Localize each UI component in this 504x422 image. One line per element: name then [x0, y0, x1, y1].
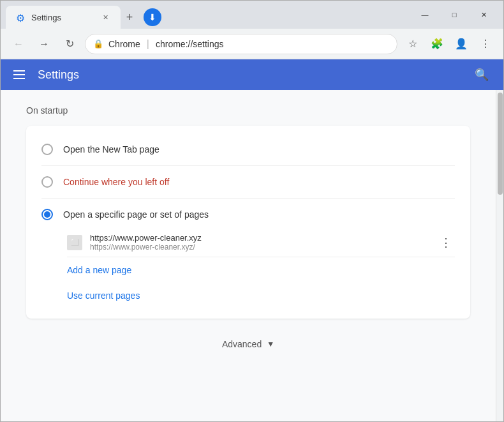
settings-search-button[interactable]: 🔍	[470, 63, 493, 86]
startup-card: Open the New Tab page Continue where you…	[26, 126, 470, 319]
scrollbar[interactable]	[496, 90, 503, 421]
option-new-tab[interactable]: Open the New Tab page	[41, 136, 455, 163]
address-bar[interactable]: 🔒 Chrome | chrome://settings	[85, 34, 397, 54]
option-continue-label: Continue where you left off	[63, 177, 169, 187]
hamburger-line	[13, 74, 25, 75]
main-content: PC On startup Open the New Tab page Cont…	[1, 90, 496, 421]
option-new-tab-label: Open the New Tab page	[63, 144, 159, 154]
window-controls: — □ ✕	[410, 1, 503, 29]
startup-page-entry: ⬜ https://www.power-cleaner.xyz https://…	[41, 228, 455, 257]
option-specific-label: Open a specific page or set of pages	[63, 209, 209, 220]
reload-button[interactable]: ↻	[59, 34, 80, 54]
radio-specific[interactable]	[41, 209, 53, 220]
hamburger-line	[13, 78, 25, 79]
profile-button[interactable]: 👤	[451, 34, 471, 54]
add-new-page-button[interactable]: Add a new page	[41, 257, 455, 283]
address-separator: |	[147, 38, 149, 50]
toolbar-actions: ☆ 🧩 👤 ⋮	[403, 34, 496, 54]
page-menu-button[interactable]: ⋮	[437, 234, 455, 252]
advanced-arrow-icon: ▼	[267, 340, 274, 349]
download-icon[interactable]: ⬇	[144, 8, 161, 26]
advanced-label: Advanced	[222, 339, 262, 349]
content-area: PC On startup Open the New Tab page Cont…	[1, 90, 503, 421]
back-button[interactable]: ←	[8, 34, 29, 54]
divider-1	[41, 165, 455, 166]
tab-favicon: ⚙	[16, 12, 26, 22]
use-current-pages-button[interactable]: Use current pages	[41, 283, 455, 308]
close-button[interactable]: ✕	[469, 5, 498, 24]
forward-button[interactable]: →	[34, 34, 54, 54]
advanced-section[interactable]: Advanced ▼	[26, 339, 470, 349]
title-bar: ⚙ Settings ✕ + ⬇ — □ ✕	[1, 1, 503, 29]
add-new-page-label: Add a new page	[41, 257, 157, 283]
page-info: https://www.power-cleaner.xyz https://ww…	[90, 233, 429, 252]
section-title: On startup	[26, 105, 470, 116]
page-url-sub: https://www.power-cleaner.xyz/	[90, 243, 429, 252]
page-url-main: https://www.power-cleaner.xyz	[90, 233, 429, 243]
maximize-button[interactable]: □	[440, 5, 469, 24]
radio-continue[interactable]	[41, 176, 53, 188]
menu-button[interactable]: ⋮	[475, 34, 496, 54]
option-continue[interactable]: Continue where you left off	[41, 169, 455, 195]
settings-header: Settings 🔍	[1, 59, 503, 90]
browser-window: ⚙ Settings ✕ + ⬇ — □ ✕ ← → ↻ 🔒 Chrome | …	[0, 0, 504, 422]
url-text: chrome://settings	[156, 39, 224, 49]
settings-page-title: Settings	[38, 68, 79, 82]
extensions-button[interactable]: 🧩	[427, 34, 447, 54]
radio-new-tab[interactable]	[41, 144, 53, 155]
lock-icon: 🔒	[93, 39, 103, 49]
tab-close-button[interactable]: ✕	[100, 12, 110, 22]
active-tab[interactable]: ⚙ Settings ✕	[6, 6, 121, 29]
hamburger-line	[13, 70, 25, 72]
new-tab-button[interactable]: +	[121, 8, 138, 26]
use-current-pages-label: Use current pages	[41, 283, 165, 308]
radio-inner-dot	[44, 211, 50, 218]
tab-title: Settings	[31, 13, 95, 22]
hamburger-menu-button[interactable]	[11, 68, 27, 82]
page-favicon: ⬜	[67, 235, 82, 250]
option-specific[interactable]: Open a specific page or set of pages	[41, 201, 455, 228]
minimize-button[interactable]: —	[410, 5, 440, 24]
divider-2	[41, 198, 455, 199]
browser-name-label: Chrome	[108, 39, 140, 49]
scrollbar-thumb[interactable]	[498, 93, 503, 195]
toolbar: ← → ↻ 🔒 Chrome | chrome://settings ☆ 🧩 👤…	[1, 29, 503, 59]
bookmark-button[interactable]: ☆	[403, 34, 423, 54]
